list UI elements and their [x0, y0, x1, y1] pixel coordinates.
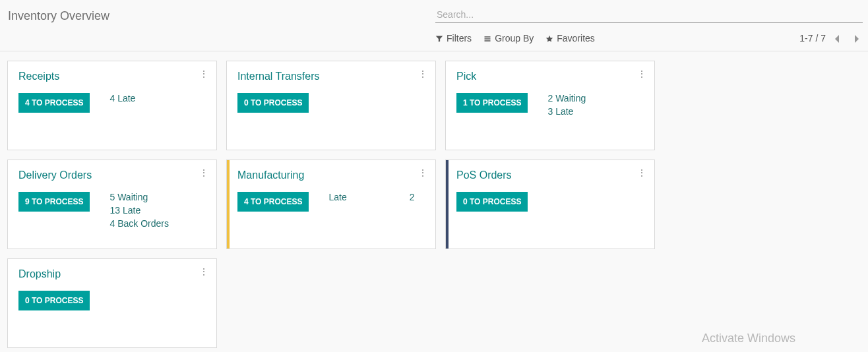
pager-next[interactable]: [850, 32, 863, 44]
filters-button[interactable]: Filters: [435, 33, 472, 44]
status-line[interactable]: 4 Late: [109, 93, 135, 103]
pager-text: 1-7 / 7: [799, 33, 826, 44]
favorites-label: Favorites: [557, 33, 595, 44]
kebab-icon[interactable]: ⋮: [199, 267, 208, 276]
process-button[interactable]: 0 TO PROCESS: [18, 291, 90, 310]
filters-label: Filters: [447, 33, 472, 44]
kanban-card[interactable]: ⋮Pick1 TO PROCESS2 Waiting3 Late: [445, 61, 655, 150]
card-title[interactable]: Delivery Orders: [18, 169, 206, 181]
card-title[interactable]: Internal Transfers: [237, 71, 425, 82]
pager-prev[interactable]: [831, 32, 844, 44]
card-title[interactable]: Dropship: [18, 268, 206, 280]
funnel-icon: [435, 33, 443, 44]
card-title[interactable]: Pick: [456, 71, 644, 82]
process-button[interactable]: 1 TO PROCESS: [456, 93, 528, 113]
status-col: 2 Waiting3 Late: [547, 93, 586, 117]
status-label: Late: [328, 192, 346, 202]
status-col: 5 Waiting13 Late4 Back Orders: [109, 192, 168, 229]
favorites-button[interactable]: Favorites: [545, 33, 595, 44]
status-col: 4 Late: [109, 93, 135, 103]
groupby-button[interactable]: Group By: [483, 33, 534, 44]
kebab-icon[interactable]: ⋮: [418, 69, 427, 78]
windows-watermark: Activate Windows: [702, 332, 795, 345]
card-body: 0 TO PROCESS: [18, 291, 206, 310]
status-count: 2: [410, 192, 415, 202]
status-line[interactable]: 13 Late: [109, 205, 168, 216]
card-body: 0 TO PROCESS: [237, 93, 425, 113]
card-title[interactable]: PoS Orders: [456, 169, 644, 181]
groupby-label: Group By: [495, 33, 534, 44]
process-button[interactable]: 4 TO PROCESS: [18, 93, 90, 113]
status-line[interactable]: 4 Back Orders: [109, 218, 168, 229]
kanban-card[interactable]: ⋮Receipts4 TO PROCESS4 Late: [7, 61, 217, 150]
process-button[interactable]: 4 TO PROCESS: [237, 192, 309, 212]
card-body: 4 TO PROCESSLate2: [237, 192, 425, 212]
kanban-card[interactable]: ⋮Delivery Orders9 TO PROCESS5 Waiting13 …: [7, 160, 217, 249]
kebab-icon[interactable]: ⋮: [418, 168, 427, 177]
process-button[interactable]: 9 TO PROCESS: [18, 192, 90, 212]
kebab-icon[interactable]: ⋮: [637, 168, 646, 177]
process-button[interactable]: 0 TO PROCESS: [456, 192, 528, 212]
kanban-card[interactable]: ⋮Manufacturing4 TO PROCESSLate2: [226, 160, 436, 249]
star-icon: [545, 33, 553, 44]
accent-bar: [446, 160, 449, 249]
card-body: 4 TO PROCESS4 Late: [18, 93, 206, 113]
accent-bar: [227, 160, 230, 249]
kanban-card[interactable]: ⋮Internal Transfers0 TO PROCESS: [226, 61, 436, 150]
kebab-icon[interactable]: ⋮: [199, 168, 208, 177]
search-input[interactable]: [435, 7, 863, 23]
card-body: 9 TO PROCESS5 Waiting13 Late4 Back Order…: [18, 192, 206, 229]
status-split[interactable]: Late2: [328, 192, 414, 202]
card-body: 0 TO PROCESS: [456, 192, 644, 212]
status-line[interactable]: 2 Waiting: [547, 93, 586, 103]
kebab-icon[interactable]: ⋮: [199, 69, 208, 78]
status-line[interactable]: 5 Waiting: [109, 192, 168, 202]
kanban-card[interactable]: ⋮Dropship0 TO PROCESS: [7, 258, 217, 348]
card-title[interactable]: Receipts: [18, 71, 206, 82]
process-button[interactable]: 0 TO PROCESS: [237, 93, 309, 113]
page-title: Inventory Overview: [8, 7, 435, 23]
card-body: 1 TO PROCESS2 Waiting3 Late: [456, 93, 644, 117]
kanban-card[interactable]: ⋮PoS Orders0 TO PROCESS: [445, 160, 655, 249]
kebab-icon[interactable]: ⋮: [637, 69, 646, 78]
list-icon: [483, 33, 491, 44]
status-line[interactable]: 3 Late: [547, 106, 586, 117]
card-title[interactable]: Manufacturing: [237, 169, 425, 181]
